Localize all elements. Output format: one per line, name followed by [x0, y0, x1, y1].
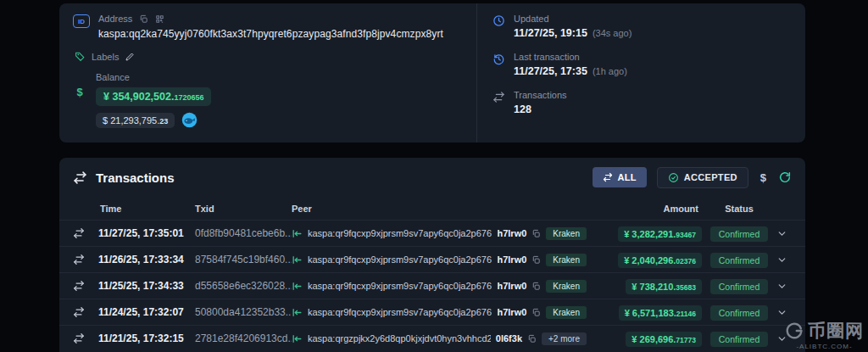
- currency-toggle-button[interactable]: $: [759, 171, 768, 184]
- filter-accepted-button[interactable]: ACCEPTED: [657, 167, 748, 188]
- column-header-amount: Amount: [663, 204, 702, 214]
- transaction-amount: ¥ 6,571,183.21146: [619, 305, 702, 320]
- peer-tag[interactable]: Kraken: [546, 227, 587, 240]
- peer-address[interactable]: kaspa:qr9fqcxp9xjprsm9sv7apy6qc0ja2p676m…: [308, 228, 492, 238]
- address-value: kaspa:qq2ka745yyj0760fkt3ax3t7hpyqret6pz…: [98, 28, 443, 40]
- peer-direction-icon: [292, 307, 303, 318]
- address-card-left: ID Address kaspa:qq2ka745yyj0760fkt3ax3t…: [59, 3, 476, 142]
- filter-all-icon: [603, 172, 613, 182]
- address-detail-card: ID Address kaspa:qq2ka745yyj0760fkt3ax3t…: [59, 3, 805, 142]
- transaction-row: 11/24/25, 17:32:07 50800da412352b33... k…: [59, 299, 805, 325]
- transaction-peer-cell: kaspa:qrgzpjkx2y6d8qp0kjxjdvt0hyn3vhhcd2…: [292, 332, 593, 345]
- transaction-peer-cell: kaspa:qr9fqcxp9xjprsm9sv7apy6qc0ja2p676m…: [292, 280, 593, 293]
- copy-peer-icon[interactable]: [531, 308, 541, 317]
- transaction-time: 11/27/25, 17:35:01: [98, 227, 195, 239]
- status-badge: Confirmed: [710, 252, 768, 267]
- transaction-row: 11/21/25, 17:32:15 2781e28f4206913cd... …: [59, 325, 805, 351]
- labels-label: Labels: [92, 52, 119, 62]
- status-badge: Confirmed: [710, 331, 768, 346]
- peer-tag[interactable]: Kraken: [546, 254, 587, 266]
- chevron-down-icon[interactable]: [776, 254, 787, 265]
- chevron-down-icon[interactable]: [776, 228, 787, 239]
- peer-address-tail[interactable]: h7lrw0: [497, 228, 526, 238]
- watermark-site-domain: -ALIBTC.COM-: [785, 343, 864, 350]
- transaction-peer-cell: kaspa:qr9fqcxp9xjprsm9sv7apy6qc0ja2p676m…: [292, 254, 593, 266]
- peer-address-tail[interactable]: h7lrw0: [497, 281, 526, 291]
- copy-address-icon[interactable]: [139, 14, 148, 24]
- edit-labels-icon[interactable]: [125, 52, 135, 62]
- status-badge: Confirmed: [710, 305, 768, 320]
- balance-kas-badge: ¥ 354,902,502.1720656: [96, 87, 211, 106]
- column-header-peer: Peer: [292, 204, 593, 214]
- transaction-row: 11/25/25, 17:34:33 d55658e6ec326028... k…: [59, 272, 805, 299]
- peer-tag[interactable]: Kraken: [546, 306, 587, 319]
- peer-address-tail[interactable]: 0l6f3k: [496, 333, 522, 344]
- peer-address[interactable]: kaspa:qr9fqcxp9xjprsm9sv7apy6qc0ja2p676m…: [308, 254, 492, 265]
- transaction-time: 11/21/25, 17:32:15: [98, 332, 195, 344]
- watermark-site-name: 币圈网: [808, 319, 864, 343]
- peer-tag[interactable]: +2 more: [542, 332, 587, 345]
- peer-address-tail[interactable]: h7lrw0: [497, 254, 526, 265]
- transaction-time: 11/25/25, 17:34:33: [98, 280, 195, 292]
- watermark: 币圈网 -ALIBTC.COM-: [785, 319, 864, 350]
- transaction-peer-cell: kaspa:qr9fqcxp9xjprsm9sv7apy6qc0ja2p676m…: [292, 227, 593, 240]
- peer-direction-icon: [292, 281, 303, 292]
- qr-code-icon[interactable]: [155, 14, 164, 24]
- transaction-txid[interactable]: d55658e6ec326028...: [195, 280, 292, 292]
- check-circle-icon: [668, 172, 679, 183]
- chevron-down-icon[interactable]: [776, 281, 787, 292]
- transactions-table-header: Time Txid Peer Amount Status: [59, 197, 805, 220]
- transaction-count-label: Transactions: [514, 90, 567, 100]
- transaction-txid[interactable]: 2781e28f4206913cd...: [195, 332, 292, 344]
- transaction-txid[interactable]: 50800da412352b33...: [195, 306, 292, 318]
- peer-direction-icon: [292, 333, 303, 344]
- status-badge: Confirmed: [710, 226, 768, 241]
- transfer-icon: [73, 332, 85, 344]
- column-header-time: Time: [98, 204, 195, 214]
- peer-address-tail[interactable]: h7lrw0: [497, 307, 526, 317]
- refresh-icon[interactable]: [778, 170, 792, 184]
- chevron-down-icon[interactable]: [776, 307, 787, 318]
- transaction-txid[interactable]: 87584f745c19bf460...: [195, 254, 292, 265]
- transactions-title: Transactions: [96, 170, 175, 185]
- updated-ago: (34s ago): [593, 28, 632, 38]
- transaction-time: 11/26/25, 17:33:34: [98, 254, 195, 265]
- address-id-icon: ID: [73, 14, 90, 28]
- transaction-amount: ¥ 3,282,291.93467: [618, 226, 702, 241]
- tag-icon: [75, 51, 86, 62]
- transaction-time: 11/24/25, 17:32:07: [98, 306, 195, 318]
- peer-address[interactable]: kaspa:qr9fqcxp9xjprsm9sv7apy6qc0ja2p676m…: [308, 281, 492, 291]
- transaction-amount: ¥ 738,210.35683: [626, 278, 702, 293]
- transactions-body: 11/27/25, 17:35:01 0fd8fb90481cebe6b... …: [59, 220, 805, 351]
- updated-clock-icon: [492, 14, 505, 27]
- last-transaction-ago: (1h ago): [593, 66, 627, 76]
- whale-icon: [181, 112, 198, 128]
- filter-all-button[interactable]: ALL: [593, 167, 647, 187]
- transaction-row: 11/26/25, 17:33:34 87584f745c19bf460... …: [59, 246, 805, 272]
- transactions-card: Transactions ALL ACCEPTED $ Time Txid: [59, 158, 805, 352]
- updated-value: 11/27/25, 19:15: [514, 27, 587, 39]
- copy-peer-icon[interactable]: [531, 229, 541, 238]
- transaction-count-value: 128: [514, 103, 567, 115]
- copy-peer-icon[interactable]: [531, 255, 541, 265]
- copy-peer-icon[interactable]: [531, 282, 541, 291]
- copy-peer-icon[interactable]: [527, 334, 537, 344]
- balance-dollar-icon: $: [73, 86, 86, 128]
- transaction-amount: ¥ 269,696.71773: [626, 331, 702, 346]
- transaction-row: 11/27/25, 17:35:01 0fd8fb90481cebe6b... …: [59, 220, 805, 246]
- transfer-icon: [73, 280, 85, 292]
- peer-address[interactable]: kaspa:qr9fqcxp9xjprsm9sv7apy6qc0ja2p676m…: [308, 307, 492, 317]
- transfer-icon: [73, 227, 85, 239]
- peer-tag[interactable]: Kraken: [546, 280, 587, 293]
- transactions-count-icon: [492, 91, 505, 103]
- last-transaction-value: 11/27/25, 17:35: [514, 65, 587, 77]
- peer-address[interactable]: kaspa:qrgzpjkx2y6d8qp0kjxjdvt0hyn3vhhcd2…: [308, 333, 491, 344]
- balance-label: Balance: [96, 72, 211, 82]
- balance-usd-badge: $ 21,293,795.23: [96, 113, 175, 128]
- transaction-txid[interactable]: 0fd8fb90481cebe6b...: [195, 227, 292, 239]
- transfer-icon: [73, 306, 85, 318]
- column-header-status: Status: [725, 204, 754, 214]
- transactions-title-icon: [73, 170, 87, 185]
- status-badge: Confirmed: [710, 278, 768, 293]
- address-label: Address: [98, 14, 132, 24]
